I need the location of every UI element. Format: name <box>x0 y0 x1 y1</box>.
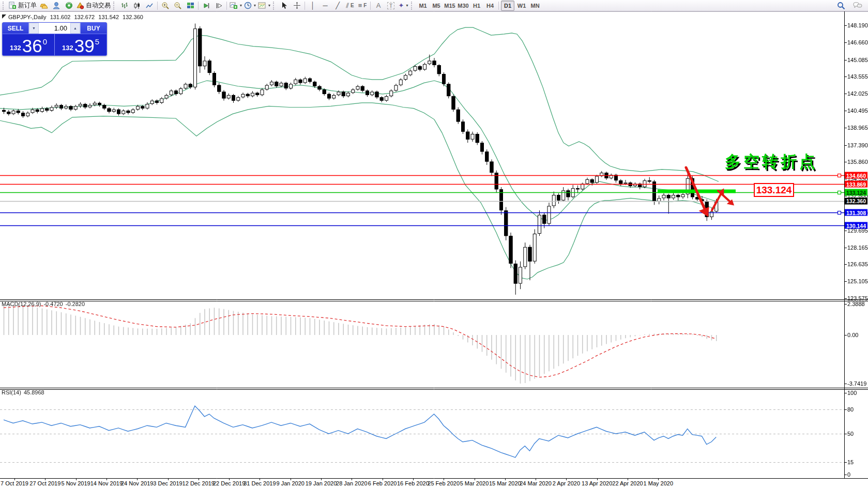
price-tick-label: 126.635 <box>847 261 868 267</box>
timeframe-button-h1[interactable]: H1 <box>470 1 483 10</box>
text-tool-icon: A <box>376 2 381 9</box>
macd-label: MACD(12,26,9)-0.4720-0.2820 <box>2 301 87 307</box>
dropdown-caret: ▾ <box>240 3 242 8</box>
toolbar-separator <box>226 2 227 10</box>
dropdown-caret: ▾ <box>268 3 270 8</box>
channel-tool-button[interactable]: ⫽E <box>344 1 356 11</box>
volume-increase-button[interactable]: ▲ <box>70 23 80 34</box>
zoom-out-button[interactable] <box>172 1 184 11</box>
rsi-label: RSI(14)45.8968 <box>2 389 47 395</box>
toolbar-drag-handle[interactable] <box>113 2 117 10</box>
crosshair-icon <box>293 2 301 9</box>
price-level-badge: 130.144 <box>845 222 867 229</box>
ask-pip-digit: 5 <box>95 37 99 46</box>
auto-trading-label: 自动交易 <box>86 1 111 10</box>
chart-shift-icon <box>215 2 223 9</box>
price-tick-label: 140.495 <box>847 108 868 114</box>
chart-shift-button[interactable] <box>212 1 225 11</box>
bar-chart-button[interactable] <box>118 1 131 11</box>
auto-scroll-button[interactable] <box>200 1 212 11</box>
channel-letter: E <box>351 3 354 8</box>
timeframe-button-d1[interactable]: D1 <box>501 1 514 11</box>
channel-icon: ⫽ <box>346 2 349 9</box>
price-tick-label: 125.105 <box>847 278 868 284</box>
bid-pip-digit: 0 <box>43 37 47 46</box>
ask-price-button[interactable]: 132 39 5 <box>55 34 106 55</box>
price-tick-label: 128.165 <box>847 245 868 251</box>
price-tick-label: 143.555 <box>847 73 868 80</box>
toolbar-separator <box>304 2 305 10</box>
timeframe-button-m1[interactable]: M1 <box>417 1 429 10</box>
one-click-collapse-toggle[interactable] <box>2 14 6 19</box>
fibonacci-icon: ≡ <box>358 2 362 9</box>
trendline-tool-button[interactable]: ╱ <box>331 1 344 11</box>
new-order-button[interactable]: 新订单 <box>8 1 38 11</box>
sell-button[interactable]: SELL <box>3 23 28 34</box>
candlestick-chart-button[interactable] <box>131 1 143 11</box>
new-order-icon <box>9 2 17 9</box>
timeframe-button-w1[interactable]: W1 <box>515 1 528 10</box>
indicators-icon <box>230 2 238 9</box>
price-tick-label: 135.860 <box>847 159 868 165</box>
fibonacci-tool-button[interactable]: ≡F <box>356 1 369 11</box>
search-button[interactable] <box>835 1 847 11</box>
vertical-line-tool-button[interactable]: │ <box>307 1 319 11</box>
volume-input[interactable]: 1.00 <box>39 23 70 34</box>
auto-trading-button[interactable]: 自动交易 <box>75 1 112 11</box>
new-order-label: 新订单 <box>18 1 37 10</box>
text-label-tool-button[interactable]: T <box>385 1 397 11</box>
zoom-in-button[interactable] <box>159 1 172 11</box>
auto-scroll-icon <box>203 2 210 9</box>
market-button[interactable] <box>38 1 50 11</box>
fibonacci-letter: F <box>363 3 367 8</box>
rsi-tick-label: 100 <box>847 390 857 396</box>
signals-button[interactable] <box>63 1 75 11</box>
toolbar-drag-handle[interactable] <box>411 2 415 10</box>
toolbar: 新订单 自动交易 ▾ ▾ ▾ │ ─ ╱ ⫽E ≡F <box>0 0 868 11</box>
turning-point-annotation: 多空转折点 <box>725 151 818 173</box>
cursor-tool-button[interactable] <box>278 1 291 11</box>
timeframe-button-mn[interactable]: MN <box>529 1 541 10</box>
chat-icon <box>853 2 862 9</box>
horizontal-line-tool-button[interactable]: ─ <box>319 1 331 11</box>
price-level-badge: 132.360 <box>845 197 867 204</box>
rsi-tick-label: 15 <box>847 459 854 465</box>
toolbar-drag-handle[interactable] <box>3 2 6 10</box>
text-tool-button[interactable]: A <box>372 1 385 11</box>
toolbar-separator <box>498 2 499 10</box>
toolbar-drag-handle[interactable] <box>273 2 277 10</box>
arrows-tool-button[interactable]: ✦▾ <box>397 1 409 11</box>
timeframe-button-m15[interactable]: M15 <box>444 1 456 10</box>
candlestick-chart-icon <box>133 2 141 9</box>
macd-tick-label: -3.7419 <box>847 380 866 387</box>
rsi-value: 45.8968 <box>24 389 44 395</box>
gold-ingot-icon <box>40 2 48 9</box>
tile-windows-button[interactable] <box>184 1 196 11</box>
rsi-tick-label: 0 <box>847 471 850 478</box>
buy-button[interactable]: BUY <box>81 23 106 34</box>
indicators-button[interactable]: ▾ <box>229 1 243 11</box>
timeframe-button-h4[interactable]: H4 <box>484 1 496 10</box>
high-value: 132.672 <box>74 14 95 20</box>
price-tick-label: 145.085 <box>847 57 868 63</box>
text-label-icon: T <box>387 2 395 9</box>
line-chart-button[interactable] <box>143 1 156 11</box>
rsi-tick-label: 50 <box>847 431 854 437</box>
vertical-line-icon: │ <box>311 2 315 9</box>
timeframe-menu-button[interactable]: ▾ <box>243 1 257 11</box>
macd-tick-label: 2.3888 <box>847 301 865 307</box>
timeframe-button-m30[interactable]: M30 <box>457 1 469 10</box>
chart-area: GBPJPY-,Daily 131.602 132.672 131.542 13… <box>0 11 868 488</box>
chart-canvas[interactable] <box>0 11 868 488</box>
bid-price-button[interactable]: 132 36 0 <box>3 34 55 55</box>
price-level-badge: 131.308 <box>845 209 867 216</box>
volume-decrease-button[interactable]: ▼ <box>29 23 39 34</box>
crosshair-tool-button[interactable] <box>291 1 303 11</box>
metaeditor-button[interactable] <box>50 1 63 11</box>
chat-button[interactable] <box>851 1 864 11</box>
trendline-icon: ╱ <box>336 2 340 9</box>
signal-icon <box>65 2 73 9</box>
templates-button[interactable]: ▾ <box>257 1 271 11</box>
timeframe-button-m5[interactable]: M5 <box>430 1 443 10</box>
bid-big-digits: 36 <box>22 38 42 54</box>
